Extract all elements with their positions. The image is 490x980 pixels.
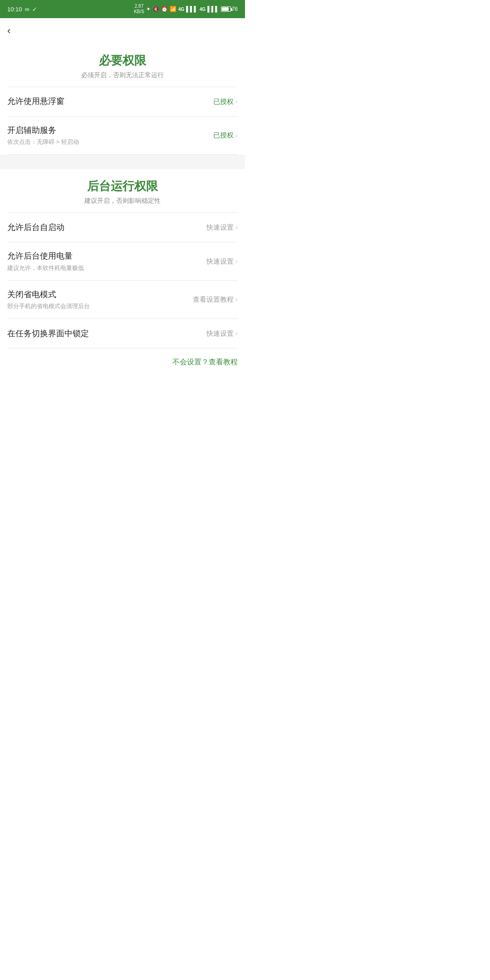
status-right: 2.87KB/S ✦ 🔇 ⏰ 📶 4G ▌▌▌ 4G ▌▌▌ 76 bbox=[134, 4, 238, 15]
auto-start-left: 允许后台自启动 bbox=[7, 222, 201, 233]
required-permissions-header: 必要权限 必须开启，否则无法正常运行 bbox=[0, 53, 245, 87]
floating-window-item[interactable]: 允许使用悬浮窗 已授权 › bbox=[0, 87, 245, 116]
background-power-left: 允许后台使用电量 建议允许，本软件耗电量极低 bbox=[7, 250, 201, 272]
task-lock-left: 在任务切换界面中锁定 bbox=[7, 328, 201, 339]
power-saving-desc: 部分手机的省电模式会清理后台 bbox=[7, 302, 187, 310]
task-lock-title: 在任务切换界面中锁定 bbox=[7, 328, 201, 339]
background-permissions-title: 后台运行权限 bbox=[9, 178, 236, 194]
speed-display: 2.87KB/S bbox=[134, 4, 144, 15]
accessibility-status: 已授权 bbox=[213, 131, 234, 140]
signal-icon-2: ▌▌▌ bbox=[207, 6, 219, 12]
time-display: 10:10 bbox=[7, 6, 22, 13]
power-saving-action: 查看设置教程 bbox=[193, 295, 234, 304]
infinity-icon: ∞ bbox=[25, 5, 29, 13]
battery-icon bbox=[221, 6, 231, 12]
floating-window-right: 已授权 › bbox=[213, 98, 238, 106]
auto-start-right: 快速设置 › bbox=[206, 223, 238, 232]
auto-start-chevron: › bbox=[235, 223, 238, 231]
auto-start-title: 允许后台自启动 bbox=[7, 222, 201, 233]
background-power-desc: 建议允许，本软件耗电量极低 bbox=[7, 264, 201, 272]
back-button[interactable]: ‹ bbox=[4, 21, 14, 40]
task-lock-item[interactable]: 在任务切换界面中锁定 快速设置 › bbox=[0, 319, 245, 348]
section-gap bbox=[0, 155, 245, 169]
background-power-action: 快速设置 bbox=[206, 257, 234, 266]
status-bar: 10:10 ∞ ✓ 2.87KB/S ✦ 🔇 ⏰ 📶 4G ▌▌▌ 4G ▌▌▌… bbox=[0, 0, 245, 18]
required-permissions-section: 必要权限 必须开启，否则无法正常运行 允许使用悬浮窗 已授权 › 开启辅助服务 … bbox=[0, 44, 245, 155]
power-saving-title: 关闭省电模式 bbox=[7, 289, 187, 300]
accessibility-chevron: › bbox=[235, 132, 238, 140]
status-left: 10:10 ∞ ✓ bbox=[7, 5, 37, 13]
required-permissions-title: 必要权限 bbox=[9, 53, 236, 69]
power-saving-item[interactable]: 关闭省电模式 部分手机的省电模式会清理后台 查看设置教程 › bbox=[0, 281, 245, 318]
floating-window-chevron: › bbox=[235, 98, 238, 106]
volume-icon: 🔇 bbox=[152, 6, 159, 12]
4g-icon-1: 4G bbox=[178, 7, 184, 12]
task-lock-action: 快速设置 bbox=[206, 329, 234, 338]
background-permissions-subtitle: 建议开启，否则影响稳定性 bbox=[9, 197, 236, 205]
bottom-link-container: 不会设置？查看教程 bbox=[0, 348, 245, 376]
background-power-chevron: › bbox=[235, 257, 238, 265]
auto-start-action: 快速设置 bbox=[206, 223, 234, 232]
floating-window-left: 允许使用悬浮窗 bbox=[7, 96, 208, 107]
alarm-icon: ⏰ bbox=[161, 6, 168, 12]
bluetooth-icon: ✦ bbox=[146, 6, 151, 12]
background-power-title: 允许后台使用电量 bbox=[7, 250, 201, 262]
signal-icon-1: ▌▌▌ bbox=[186, 6, 198, 12]
battery-container: 76 bbox=[221, 6, 238, 12]
accessibility-left: 开启辅助服务 依次点击：无障碍 > 轻启动 bbox=[7, 125, 208, 146]
power-saving-right: 查看设置教程 › bbox=[193, 295, 238, 304]
4g-icon-2: 4G bbox=[200, 7, 206, 12]
floating-window-title: 允许使用悬浮窗 bbox=[7, 96, 208, 107]
power-saving-left: 关闭省电模式 部分手机的省电模式会清理后台 bbox=[7, 289, 187, 310]
battery-level: 76 bbox=[232, 6, 238, 12]
task-lock-chevron: › bbox=[235, 329, 238, 338]
wifi-icon: 📶 bbox=[170, 6, 176, 12]
accessibility-item[interactable]: 开启辅助服务 依次点击：无障碍 > 轻启动 已授权 › bbox=[0, 117, 245, 154]
required-permissions-subtitle: 必须开启，否则无法正常运行 bbox=[9, 71, 236, 79]
background-permissions-section: 后台运行权限 建议开启，否则影响稳定性 允许后台自启动 快速设置 › 允许后台使… bbox=[0, 169, 245, 348]
check-circle-icon: ✓ bbox=[32, 6, 37, 13]
nav-bar: ‹ bbox=[0, 18, 245, 44]
task-lock-right: 快速设置 › bbox=[206, 329, 238, 338]
accessibility-title: 开启辅助服务 bbox=[7, 125, 208, 136]
floating-window-status: 已授权 bbox=[213, 98, 234, 106]
accessibility-right: 已授权 › bbox=[213, 131, 238, 140]
background-permissions-header: 后台运行权限 建议开启，否则影响稳定性 bbox=[0, 178, 245, 212]
auto-start-item[interactable]: 允许后台自启动 快速设置 › bbox=[0, 213, 245, 242]
help-link[interactable]: 不会设置？查看教程 bbox=[172, 358, 238, 366]
power-saving-chevron: › bbox=[235, 295, 238, 304]
background-power-right: 快速设置 › bbox=[206, 257, 238, 266]
accessibility-desc: 依次点击：无障碍 > 轻启动 bbox=[7, 138, 208, 146]
background-power-item[interactable]: 允许后台使用电量 建议允许，本软件耗电量极低 快速设置 › bbox=[0, 242, 245, 280]
